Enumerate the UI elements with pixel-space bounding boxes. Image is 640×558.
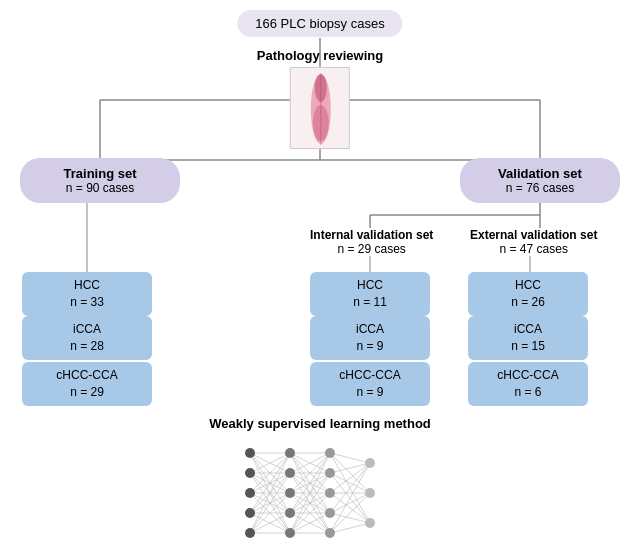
svg-point-96 [325, 508, 335, 518]
pathology-section: Pathology reviewing [257, 48, 383, 149]
training-chcc-line2: n = 29 [70, 385, 104, 399]
external-chcc-box: cHCC-CCA n = 6 [468, 362, 588, 406]
svg-point-86 [245, 508, 255, 518]
training-hcc-box: HCC n = 33 [22, 272, 152, 316]
svg-point-84 [245, 468, 255, 478]
internal-icca-line2: n = 9 [356, 339, 383, 353]
internal-hcc-line2: n = 11 [353, 295, 387, 309]
internal-hcc-box: HCC n = 11 [310, 272, 430, 316]
internal-validation-sub: n = 29 cases [310, 242, 433, 256]
svg-point-85 [245, 488, 255, 498]
svg-line-82 [330, 523, 370, 533]
svg-point-94 [325, 468, 335, 478]
svg-point-100 [365, 518, 375, 528]
validation-set-sub: n = 76 cases [474, 181, 606, 195]
validation-set-box: Validation set n = 76 cases [460, 158, 620, 203]
external-icca-line1: iCCA [514, 322, 542, 336]
svg-line-78 [330, 493, 370, 513]
svg-point-93 [325, 448, 335, 458]
svg-point-95 [325, 488, 335, 498]
svg-line-80 [330, 463, 370, 533]
external-hcc-box: HCC n = 26 [468, 272, 588, 316]
svg-point-91 [285, 508, 295, 518]
external-validation-sub: n = 47 cases [470, 242, 597, 256]
svg-line-68 [330, 453, 370, 463]
svg-point-88 [285, 448, 295, 458]
external-validation-box: External validation set n = 47 cases [470, 228, 597, 256]
nn-svg [230, 438, 410, 548]
external-validation-title: External validation set [470, 228, 597, 242]
nn-label: Weakly supervised learning method [209, 416, 431, 431]
internal-chcc-line1: cHCC-CCA [339, 368, 400, 382]
svg-point-99 [365, 488, 375, 498]
external-hcc-line2: n = 26 [511, 295, 545, 309]
svg-point-83 [245, 448, 255, 458]
svg-point-97 [325, 528, 335, 538]
training-icca-line2: n = 28 [70, 339, 104, 353]
training-chcc-box: cHCC-CCA n = 29 [22, 362, 152, 406]
diagram-container: 166 PLC biopsy cases Pathology reviewing… [0, 0, 640, 558]
external-hcc-line1: HCC [515, 278, 541, 292]
svg-line-77 [330, 463, 370, 513]
internal-validation-title: Internal validation set [310, 228, 433, 242]
training-icca-line1: iCCA [73, 322, 101, 336]
svg-point-92 [285, 528, 295, 538]
training-hcc-line2: n = 33 [70, 295, 104, 309]
internal-validation-box: Internal validation set n = 29 cases [310, 228, 433, 256]
training-chcc-line1: cHCC-CCA [56, 368, 117, 382]
training-set-title: Training set [34, 166, 166, 181]
top-cases-label: 166 PLC biopsy cases [255, 16, 384, 31]
training-hcc-line1: HCC [74, 278, 100, 292]
svg-line-71 [330, 463, 370, 473]
external-chcc-line1: cHCC-CCA [497, 368, 558, 382]
internal-icca-box: iCCA n = 9 [310, 316, 430, 360]
external-icca-box: iCCA n = 15 [468, 316, 588, 360]
svg-point-98 [365, 458, 375, 468]
internal-hcc-line1: HCC [357, 278, 383, 292]
svg-point-90 [285, 488, 295, 498]
internal-chcc-line2: n = 9 [356, 385, 383, 399]
validation-set-title: Validation set [474, 166, 606, 181]
internal-chcc-box: cHCC-CCA n = 9 [310, 362, 430, 406]
training-set-sub: n = 90 cases [34, 181, 166, 195]
training-icca-box: iCCA n = 28 [22, 316, 152, 360]
top-cases-box: 166 PLC biopsy cases [237, 10, 402, 37]
svg-point-87 [245, 528, 255, 538]
nn-diagram [230, 438, 410, 548]
svg-point-89 [285, 468, 295, 478]
external-chcc-line2: n = 6 [514, 385, 541, 399]
pathology-label: Pathology reviewing [257, 48, 383, 63]
svg-line-72 [330, 473, 370, 493]
external-icca-line2: n = 15 [511, 339, 545, 353]
training-set-box: Training set n = 90 cases [20, 158, 180, 203]
internal-icca-line1: iCCA [356, 322, 384, 336]
svg-line-79 [330, 513, 370, 523]
